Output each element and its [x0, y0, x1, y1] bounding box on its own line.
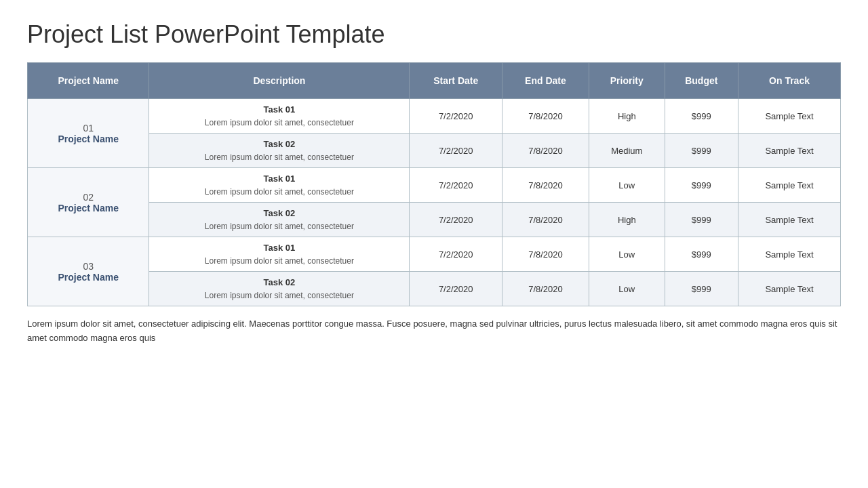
task-desc: Lorem ipsum dolor sit amet, consectetuer [205, 291, 354, 300]
task-desc: Lorem ipsum dolor sit amet, consectetuer [205, 256, 354, 266]
budget: $999 [665, 237, 738, 272]
project-number: 03 [36, 261, 140, 272]
project-number: 01 [36, 123, 140, 134]
project-table: Project Name Description Start Date End … [27, 62, 841, 306]
project-name: Project Name [36, 272, 140, 283]
priority: High [589, 99, 665, 134]
start-date: 7/2/2020 [410, 99, 502, 134]
project-cell-1: 01Project Name [28, 99, 149, 168]
budget: $999 [665, 203, 738, 237]
on-track: Sample Text [738, 168, 841, 203]
on-track: Sample Text [738, 237, 841, 272]
task-name: Task 01 [157, 174, 401, 184]
table-row: 03Project NameTask 01Lorem ipsum dolor s… [28, 237, 841, 272]
task-description-cell: Task 02Lorem ipsum dolor sit amet, conse… [149, 134, 410, 168]
start-date: 7/2/2020 [410, 272, 502, 306]
priority: Low [589, 237, 665, 272]
col-header-description: Description [149, 63, 410, 99]
task-name: Task 02 [157, 208, 401, 218]
on-track: Sample Text [738, 134, 841, 168]
table-row: Task 02Lorem ipsum dolor sit amet, conse… [28, 134, 841, 168]
priority: Medium [589, 134, 665, 168]
project-cell-3: 03Project Name [28, 237, 149, 306]
project-number: 02 [36, 192, 140, 203]
on-track: Sample Text [738, 272, 841, 306]
start-date: 7/2/2020 [410, 237, 502, 272]
table-row: 02Project NameTask 01Lorem ipsum dolor s… [28, 168, 841, 203]
end-date: 7/8/2020 [502, 272, 589, 306]
task-desc: Lorem ipsum dolor sit amet, consectetuer [205, 152, 354, 162]
task-desc: Lorem ipsum dolor sit amet, consectetuer [205, 118, 354, 127]
col-header-project-name: Project Name [28, 63, 149, 99]
on-track: Sample Text [738, 203, 841, 237]
on-track: Sample Text [738, 99, 841, 134]
footer-text: Lorem ipsum dolor sit amet, consectetuer… [27, 317, 841, 346]
budget: $999 [665, 168, 738, 203]
start-date: 7/2/2020 [410, 168, 502, 203]
project-name: Project Name [36, 203, 140, 214]
budget: $999 [665, 99, 738, 134]
task-desc: Lorem ipsum dolor sit amet, consectetuer [205, 187, 354, 197]
start-date: 7/2/2020 [410, 203, 502, 237]
task-description-cell: Task 02Lorem ipsum dolor sit amet, conse… [149, 272, 410, 306]
task-name: Task 01 [157, 243, 401, 253]
task-name: Task 01 [157, 104, 401, 115]
col-header-budget: Budget [665, 63, 738, 99]
col-header-start-date: Start Date [410, 63, 502, 99]
end-date: 7/8/2020 [502, 168, 589, 203]
task-name: Task 02 [157, 139, 401, 149]
table-header-row: Project Name Description Start Date End … [28, 63, 841, 99]
start-date: 7/2/2020 [410, 134, 502, 168]
col-header-end-date: End Date [502, 63, 589, 99]
col-header-priority: Priority [589, 63, 665, 99]
task-description-cell: Task 01Lorem ipsum dolor sit amet, conse… [149, 168, 410, 203]
page-title: Project List PowerPoint Template [27, 20, 841, 49]
task-description-cell: Task 01Lorem ipsum dolor sit amet, conse… [149, 99, 410, 134]
task-desc: Lorem ipsum dolor sit amet, consectetuer [205, 222, 354, 231]
col-header-on-track: On Track [738, 63, 841, 99]
table-row: Task 02Lorem ipsum dolor sit amet, conse… [28, 203, 841, 237]
end-date: 7/8/2020 [502, 99, 589, 134]
end-date: 7/8/2020 [502, 203, 589, 237]
project-cell-2: 02Project Name [28, 168, 149, 237]
budget: $999 [665, 272, 738, 306]
priority: High [589, 203, 665, 237]
task-description-cell: Task 02Lorem ipsum dolor sit amet, conse… [149, 203, 410, 237]
table-row: Task 02Lorem ipsum dolor sit amet, conse… [28, 272, 841, 306]
end-date: 7/8/2020 [502, 134, 589, 168]
task-name: Task 02 [157, 277, 401, 287]
budget: $999 [665, 134, 738, 168]
priority: Low [589, 272, 665, 306]
table-row: 01Project NameTask 01Lorem ipsum dolor s… [28, 99, 841, 134]
end-date: 7/8/2020 [502, 237, 589, 272]
priority: Low [589, 168, 665, 203]
project-name: Project Name [36, 134, 140, 144]
task-description-cell: Task 01Lorem ipsum dolor sit amet, conse… [149, 237, 410, 272]
